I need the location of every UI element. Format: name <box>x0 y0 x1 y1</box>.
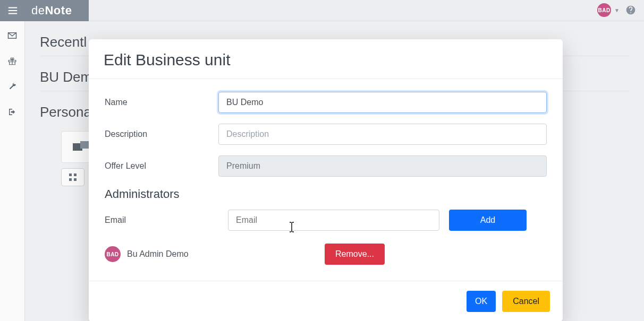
top-bar: deNote BAD ▼ <box>0 0 644 21</box>
modal-overlay: Edit Business unit Name Description Offe… <box>0 21 644 321</box>
dialog-header: Edit Business unit <box>89 39 563 79</box>
name-input[interactable] <box>218 92 547 113</box>
edit-business-unit-dialog: Edit Business unit Name Description Offe… <box>89 39 563 321</box>
offer-level-label: Offer Level <box>105 161 218 171</box>
dialog-title: Edit Business unit <box>104 51 548 69</box>
remove-button[interactable]: Remove... <box>325 244 385 265</box>
description-label: Description <box>105 129 218 139</box>
offer-level-input <box>218 155 547 177</box>
menu-toggle-button[interactable] <box>0 0 25 21</box>
admin-row: BAD Bu Admin Demo Remove... <box>105 244 547 265</box>
cancel-button[interactable]: Cancel <box>502 291 550 312</box>
email-input[interactable] <box>228 210 439 231</box>
name-label: Name <box>105 98 218 107</box>
administrators-heading: Administrators <box>105 187 547 201</box>
caret-down-icon[interactable]: ▼ <box>614 7 620 13</box>
brand-prefix: de <box>31 4 45 18</box>
hamburger-icon <box>7 5 19 16</box>
help-button[interactable] <box>625 4 637 16</box>
ok-button[interactable]: OK <box>467 291 496 312</box>
dialog-footer: OK Cancel <box>89 281 563 321</box>
admin-name: Bu Admin Demo <box>127 249 318 259</box>
user-avatar[interactable]: BAD <box>597 3 611 17</box>
email-label: Email <box>105 215 218 225</box>
help-icon <box>625 5 636 15</box>
brand-bold: Note <box>45 4 72 18</box>
description-input[interactable] <box>218 124 547 145</box>
brand-logo: deNote <box>25 0 89 21</box>
admin-avatar: BAD <box>105 246 121 262</box>
add-button[interactable]: Add <box>449 210 527 231</box>
